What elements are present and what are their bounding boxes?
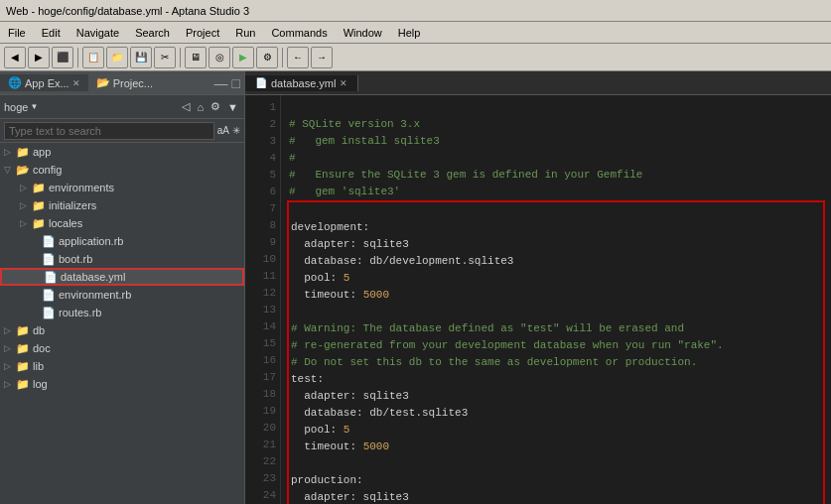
tree-item-database-yml[interactable]: ▷ 📄 database.yml bbox=[0, 268, 244, 286]
code-line-12: # Warning: The database defined as "test… bbox=[291, 322, 684, 334]
arrow-lib: ▷ bbox=[4, 361, 16, 371]
line-num-11: 11 bbox=[245, 268, 276, 285]
tab-close-appex[interactable]: ✕ bbox=[72, 78, 80, 88]
arrow-app: ▷ bbox=[4, 147, 16, 157]
sidebar: 🌐 App Ex... ✕ 📂 Projec... — □ hoge ▼ ◁ ⌂… bbox=[0, 71, 245, 504]
line-num-6: 6 bbox=[245, 184, 276, 200]
hoge-dropdown-icon[interactable]: ▼ bbox=[30, 102, 38, 111]
tree-label-doc: doc bbox=[33, 342, 51, 354]
menu-file[interactable]: File bbox=[0, 25, 34, 41]
folder-icon-app: 📁 bbox=[16, 146, 30, 159]
sidebar-tabs: 🌐 App Ex... ✕ 📂 Projec... — □ bbox=[0, 71, 244, 95]
tree-label-log: log bbox=[33, 378, 48, 390]
toolbar-sep-3 bbox=[282, 48, 283, 67]
toolbar-btn-5[interactable]: 📁 bbox=[106, 47, 128, 68]
hoge-text: hoge bbox=[4, 101, 28, 113]
toolbar-btn-fwd[interactable]: → bbox=[311, 47, 333, 68]
tree-item-environment-rb[interactable]: ▷ 📄 environment.rb bbox=[0, 286, 244, 304]
menu-edit[interactable]: Edit bbox=[34, 25, 69, 41]
file-icon-boot-rb: 📄 bbox=[42, 253, 56, 266]
tree-item-initializers[interactable]: ▷ 📁 initializers bbox=[0, 196, 244, 214]
line-num-13: 13 bbox=[245, 302, 276, 318]
arrow-log: ▷ bbox=[4, 379, 16, 389]
toolbar-btn-3[interactable]: ⬛ bbox=[52, 47, 73, 68]
tree-item-app[interactable]: ▷ 📁 app bbox=[0, 143, 244, 161]
sidebar-controls: hoge ▼ ◁ ⌂ ⚙ ▼ bbox=[0, 95, 244, 119]
code-line-19: timeout: 5000 bbox=[291, 441, 389, 452]
tree-item-boot-rb[interactable]: ▷ 📄 boot.rb bbox=[0, 250, 244, 268]
tab-icon-appex: 🌐 bbox=[8, 76, 22, 89]
sidebar-menu-btn[interactable]: ▼ bbox=[225, 100, 240, 113]
sidebar-gear-btn[interactable]: ⚙ bbox=[208, 100, 222, 113]
tree-item-environments[interactable]: ▷ 📁 environments bbox=[0, 179, 244, 196]
toolbar-btn-1[interactable]: ◀ bbox=[4, 47, 26, 68]
code-line-2: # gem install sqlite3 bbox=[289, 135, 440, 147]
toolbar-btn-4[interactable]: 📋 bbox=[82, 47, 104, 68]
code-line-15: test: bbox=[291, 373, 324, 385]
tree-item-application-rb[interactable]: ▷ 📄 application.rb bbox=[0, 232, 244, 250]
case-sensitive-btn[interactable]: aA bbox=[217, 125, 229, 136]
code-line-17: database: db/test.sqlite3 bbox=[291, 407, 468, 419]
editor-tab-database-yml[interactable]: 📄 database.yml ✕ bbox=[245, 75, 358, 91]
code-line-7: adapter: sqlite3 bbox=[291, 238, 409, 250]
main-layout: 🌐 App Ex... ✕ 📂 Projec... — □ hoge ▼ ◁ ⌂… bbox=[0, 71, 831, 504]
tab-file-icon: 📄 bbox=[255, 77, 267, 88]
toolbar-btn-6[interactable]: 💾 bbox=[130, 47, 152, 68]
file-icon-environment-rb: 📄 bbox=[42, 289, 56, 302]
sidebar-back-btn[interactable]: ◁ bbox=[180, 100, 192, 113]
code-line-5: # gem 'sqlite3' bbox=[289, 186, 400, 197]
tree-item-db[interactable]: ▷ 📁 db bbox=[0, 321, 244, 339]
tree-label-lib: lib bbox=[33, 360, 44, 372]
tree-item-log[interactable]: ▷ 📁 log bbox=[0, 375, 244, 393]
tree-label-environment-rb: environment.rb bbox=[59, 289, 131, 301]
folder-icon-doc: 📁 bbox=[16, 342, 30, 355]
tree-item-config[interactable]: ▽ 📂 config bbox=[0, 161, 244, 179]
toolbar: ◀ ▶ ⬛ 📋 📁 💾 ✂ 🖥 ◎ ▶ ⚙ ← → bbox=[0, 44, 831, 71]
menu-project[interactable]: Project bbox=[178, 25, 227, 41]
search-input[interactable] bbox=[4, 122, 214, 140]
folder-icon-locales: 📁 bbox=[32, 217, 46, 230]
toolbar-btn-8[interactable]: 🖥 bbox=[185, 47, 207, 68]
menu-help[interactable]: Help bbox=[390, 25, 429, 41]
toolbar-btn-10[interactable]: ▶ bbox=[232, 47, 254, 68]
code-line-16: adapter: sqlite3 bbox=[291, 390, 409, 402]
tree-label-database-yml: database.yml bbox=[61, 271, 125, 283]
code-line-3: # bbox=[289, 152, 296, 164]
tab-label-projec: Projec... bbox=[113, 77, 153, 89]
menu-search[interactable]: Search bbox=[127, 25, 178, 41]
line-num-3: 3 bbox=[245, 133, 276, 150]
toolbar-btn-2[interactable]: ▶ bbox=[28, 47, 50, 68]
menu-commands[interactable]: Commands bbox=[263, 25, 335, 41]
toolbar-btn-9[interactable]: ◎ bbox=[208, 47, 230, 68]
menu-navigate[interactable]: Navigate bbox=[69, 25, 127, 41]
toolbar-btn-11[interactable]: ⚙ bbox=[256, 47, 278, 68]
folder-icon-lib: 📁 bbox=[16, 360, 30, 373]
toolbar-btn-7[interactable]: ✂ bbox=[154, 47, 176, 68]
sidebar-minimize[interactable]: — bbox=[214, 75, 232, 91]
sidebar-tab-appex[interactable]: 🌐 App Ex... ✕ bbox=[0, 74, 88, 91]
editor-tab-close[interactable]: ✕ bbox=[340, 78, 347, 88]
line-num-9: 9 bbox=[245, 234, 276, 251]
sidebar-home-btn[interactable]: ⌂ bbox=[195, 100, 206, 113]
menu-run[interactable]: Run bbox=[227, 25, 263, 41]
sidebar-maximize[interactable]: □ bbox=[232, 75, 244, 91]
tree-label-db: db bbox=[33, 324, 45, 336]
toolbar-btn-back[interactable]: ← bbox=[287, 47, 309, 68]
line-numbers: 1 2 3 4 5 6 7 8 9 10 11 12 13 14 15 16 1… bbox=[245, 95, 281, 504]
editor-tabs: 📄 database.yml ✕ bbox=[245, 71, 831, 95]
file-icon-database-yml: 📄 bbox=[44, 271, 58, 284]
code-area[interactable]: # SQLite version 3.x # gem install sqlit… bbox=[281, 95, 831, 504]
tree-item-locales[interactable]: ▷ 📁 locales bbox=[0, 214, 244, 232]
tree-item-lib[interactable]: ▷ 📁 lib bbox=[0, 357, 244, 375]
arrow-db: ▷ bbox=[4, 325, 16, 335]
tree-item-routes-rb[interactable]: ▷ 📄 routes.rb bbox=[0, 304, 244, 321]
sidebar-tab-projec[interactable]: 📂 Projec... bbox=[88, 74, 161, 91]
code-line-13: # re-generated from your development dat… bbox=[291, 339, 724, 351]
menu-window[interactable]: Window bbox=[336, 25, 390, 41]
file-tree: ▷ 📁 app ▽ 📂 config ▷ 📁 environments ▷ 📁 … bbox=[0, 143, 244, 504]
tree-item-doc[interactable]: ▷ 📁 doc bbox=[0, 339, 244, 357]
code-line-9: pool: 5 bbox=[291, 272, 349, 284]
regex-btn[interactable]: ✳ bbox=[232, 125, 240, 136]
toolbar-sep-2 bbox=[180, 48, 181, 67]
line-num-5: 5 bbox=[245, 167, 276, 184]
